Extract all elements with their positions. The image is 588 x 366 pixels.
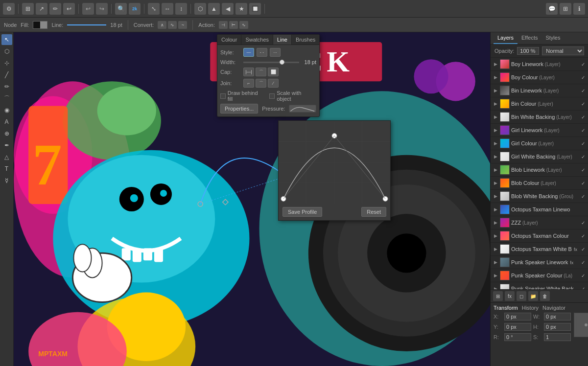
layer-visibility-check[interactable]: ✓ [580,286,586,289]
layer-visibility-check[interactable]: ✓ [580,233,586,239]
layer-visibility-check[interactable] [580,206,586,212]
align-center-icon[interactable]: ▲ [208,3,220,15]
tab-history[interactable]: History [522,305,539,311]
layer-item[interactable]: ▶ Blob White Backing (Grou) ✓ [491,190,588,203]
layer-expand-icon[interactable]: ▶ [493,273,498,278]
pixel-view-icon[interactable]: 2k [129,3,141,15]
pen-tool[interactable]: ✒ [1,140,12,151]
cap-square-btn[interactable]: ⬜ [268,68,279,76]
layers-icon[interactable]: ⊞ [560,3,571,15]
text-tool[interactable]: T [1,163,12,174]
layer-item[interactable]: ▶ Blob Colour (Layer) ✓ [491,177,588,190]
layer-expand-icon[interactable]: ▶ [493,114,498,120]
align-right-icon[interactable]: ◀ [222,3,234,15]
layer-item[interactable]: ▶ Punk Speaker White Back ✓ [491,282,588,289]
layer-expand-icon[interactable]: ▶ [493,127,498,133]
tab-swatches[interactable]: Swatches [241,35,273,45]
hand-tool[interactable]: ☿ [1,175,12,186]
tab-brushes[interactable]: Brushes [292,35,320,45]
add-layer-icon[interactable]: ⊞ [493,291,503,301]
layer-item[interactable]: ▶ Bin White Backing (Layer) ✓ [491,111,588,124]
opacity-input[interactable] [517,47,539,55]
layer-item[interactable]: ▶ Octopus Taxman Colour ✓ [491,229,588,243]
layer-item[interactable]: ▶ ZZZ (Layer) ✓ [491,216,588,229]
straighten-tool[interactable]: ╱ [1,69,12,80]
action-join-icon[interactable]: ⊢ [229,21,238,29]
convert-auto-icon[interactable]: ~ [178,21,187,29]
zoom-tool[interactable]: ⊕ [1,128,12,139]
properties-button[interactable]: Properties... [220,104,258,114]
align-top-icon[interactable]: ★ [235,3,247,15]
blend-mode-select[interactable]: Normal Multiply Screen Overlay [542,46,584,55]
layer-expand-icon[interactable]: ▶ [493,259,498,265]
layer-expand-icon[interactable]: ▶ [493,286,498,289]
layer-visibility-check[interactable]: ✓ [580,193,586,199]
tab-effects[interactable]: Effects [517,32,541,44]
pressure-preview[interactable] [289,105,316,113]
tab-styles[interactable]: Styles [541,32,564,44]
layer-expand-icon[interactable]: ▶ [493,220,498,226]
vector-brush-tool[interactable]: ⌒ [1,93,12,104]
layer-visibility-check[interactable]: ✓ [580,74,586,80]
reset-button[interactable]: Reset [361,207,386,217]
join-round-btn[interactable]: ⌒ [256,79,266,88]
layer-item[interactable]: ▶ Octopus Taxman White B fx ✓ [491,243,588,256]
layer-expand-icon[interactable]: ▶ [493,246,498,252]
layer-visibility-check[interactable]: ✓ [580,101,586,107]
layer-expand-icon[interactable]: ▶ [493,61,498,67]
layer-item[interactable]: ▶ Punk Speaker Colour (La) ✓ [491,269,588,282]
s-input[interactable] [544,333,571,341]
align-left-icon[interactable]: ⬡ [194,3,206,15]
flip-h-icon[interactable]: ↔ [162,3,173,15]
save-icon[interactable]: ✏ [49,3,61,15]
layer-visibility-check[interactable]: ✓ [580,127,586,133]
layer-item[interactable]: ▶ Punk Speaker Linework fx ✓ [491,256,588,269]
join-miter-btn[interactable]: ⌐ [243,79,254,88]
layer-item[interactable]: ▶ Bin Colour (Layer) ✓ [491,97,588,111]
action-curve-icon[interactable]: ∿ [239,21,248,29]
layer-item[interactable]: ▶ Boy Linework (Layer) ✓ [491,58,588,71]
redo-icon[interactable]: ↪ [96,3,108,15]
group-icon[interactable]: 📁 [528,291,538,301]
tab-navigator[interactable]: Navigator [542,305,565,311]
delete-layer-icon[interactable]: 🗑 [540,291,550,301]
select-tool[interactable]: ↖ [1,34,12,45]
share-icon[interactable]: ↩ [63,3,75,15]
layer-item[interactable]: ▶ Boy Colour (Layer) ✓ [491,71,588,84]
width-value[interactable]: 18 pt [302,59,316,65]
y-input[interactable] [504,323,531,331]
app-icon[interactable]: ⚙ [3,3,15,15]
layer-expand-icon[interactable]: ▶ [493,180,498,186]
node-tool[interactable]: ⬡ [1,46,12,57]
layer-visibility-check[interactable]: ✓ [580,154,586,160]
layer-visibility-check[interactable]: ✓ [580,140,586,146]
save-profile-button[interactable]: Save Profile [282,207,322,217]
type-tool[interactable]: A [1,116,12,127]
layer-item[interactable]: ▶ Girl Linework (Layer) ✓ [491,124,588,137]
layer-visibility-check[interactable]: ✓ [580,259,586,265]
width-slider[interactable] [243,62,299,63]
layer-expand-icon[interactable]: ▶ [493,88,498,93]
flip-v-icon[interactable]: ↕ [175,3,187,15]
layer-visibility-check[interactable]: ✓ [580,220,586,226]
layer-expand-icon[interactable]: ▶ [493,193,498,199]
layer-visibility-check[interactable]: ✓ [580,246,586,252]
h-input[interactable] [544,323,571,331]
view-icon[interactable]: 🔍 [115,3,127,15]
mask-icon[interactable]: ◻ [517,291,526,301]
layer-expand-icon[interactable]: ▶ [493,140,498,146]
layer-item[interactable]: ▶ Octopus Taxman Linewo [491,203,588,216]
x-input[interactable] [504,313,531,320]
layer-visibility-check[interactable]: ✓ [580,61,586,67]
distribute-icon[interactable]: 🔲 [249,3,261,15]
layer-visibility-check[interactable]: ✓ [580,114,586,120]
fill-tool[interactable]: ◉ [1,105,12,115]
layer-item[interactable]: ▶ Blob Linework (Layer) ✓ [491,163,588,177]
scale-with-object-checkbox[interactable] [269,93,275,99]
undo-icon[interactable]: ↩ [82,3,94,15]
style-dash-btn[interactable]: - - [257,48,267,57]
comment-icon[interactable]: 💬 [546,3,558,15]
layer-expand-icon[interactable]: ▶ [493,233,498,239]
settings-icon[interactable]: ℹ [573,3,585,15]
layer-expand-icon[interactable]: ▶ [493,74,498,80]
